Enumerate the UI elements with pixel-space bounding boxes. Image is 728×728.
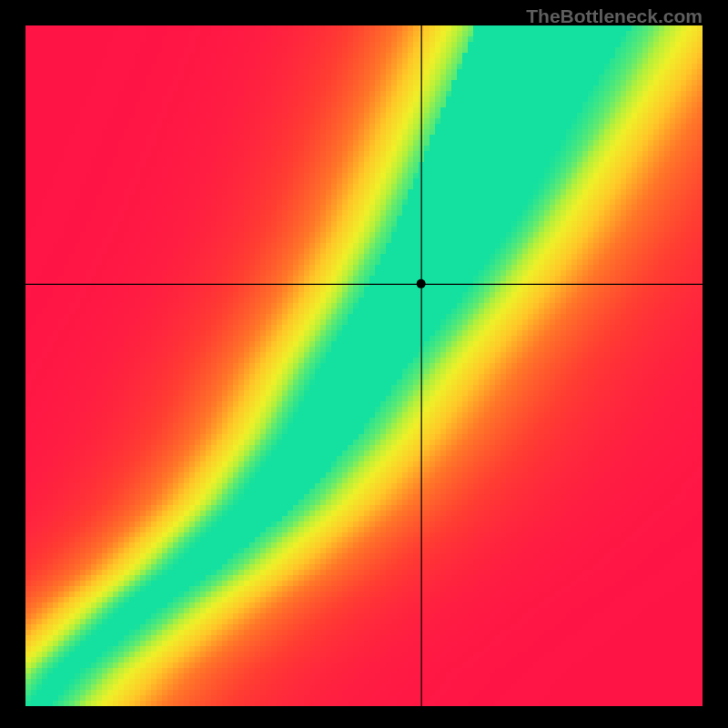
chart-container: TheBottleneck.com [0, 0, 728, 728]
heatmap-canvas [25, 25, 703, 706]
watermark-label: TheBottleneck.com [526, 5, 703, 27]
